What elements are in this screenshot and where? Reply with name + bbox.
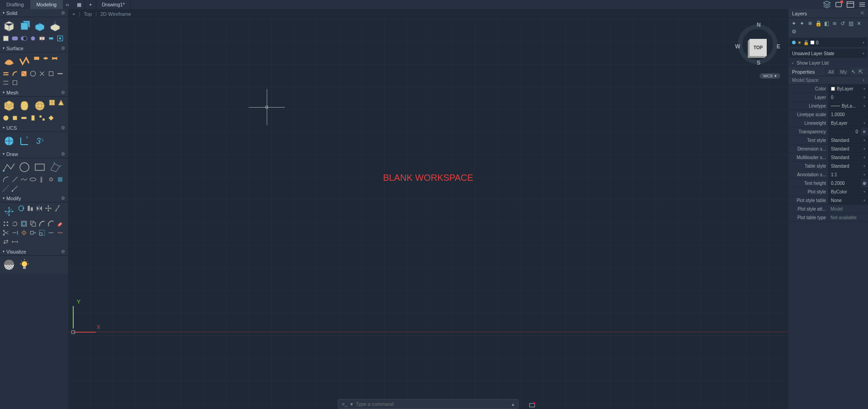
drawing-grid[interactable]: BLANK WORKSPACE Y X — [68, 19, 788, 409]
undock-icon[interactable]: ⇱ — [857, 68, 864, 75]
gear-icon[interactable]: ⚙ — [61, 125, 65, 130]
arc-tool[interactable] — [2, 175, 10, 183]
ray-tool[interactable] — [11, 184, 19, 193]
chamfer-tool[interactable] — [47, 220, 55, 228]
surface-patch-tool[interactable] — [42, 54, 50, 62]
surface-tool-5[interactable] — [2, 79, 10, 87]
presspull-tool[interactable] — [48, 19, 62, 33]
mesh-tool-1[interactable] — [2, 114, 10, 122]
loft-surface-tool[interactable] — [17, 54, 32, 69]
viewcube-face[interactable]: TOP — [750, 39, 767, 56]
rotate-tool[interactable] — [11, 220, 19, 228]
surface-offset-tool[interactable] — [2, 70, 10, 78]
planar-surface-tool[interactable] — [33, 54, 41, 62]
surface-fillet-tool[interactable] — [11, 70, 19, 78]
plane-tool[interactable] — [48, 160, 62, 174]
properties-tab-all[interactable]: All — [825, 68, 837, 75]
thicken-tool[interactable] — [47, 34, 55, 42]
line-tool[interactable] — [11, 175, 19, 183]
viewport-view[interactable]: Top — [84, 11, 92, 17]
ucs-3point-tool[interactable]: x — [17, 134, 32, 148]
xline-tool[interactable] — [2, 184, 10, 193]
offset-tool[interactable] — [20, 220, 28, 228]
network-surface-tool[interactable] — [2, 54, 16, 69]
reverse-tool[interactable] — [2, 238, 10, 246]
command-dropdown-icon[interactable]: ▾ — [350, 401, 353, 407]
break-tool[interactable] — [56, 229, 64, 237]
3d-rotate-tool[interactable] — [17, 204, 25, 212]
transparency-bylayer-icon[interactable]: ≡ — [861, 129, 868, 134]
mesh-tool-4[interactable] — [29, 114, 37, 122]
notifications-icon[interactable] — [833, 0, 844, 9]
scale-tool[interactable] — [38, 229, 46, 237]
pick-icon[interactable]: ↖ — [850, 68, 857, 75]
ucs-named-tool[interactable]: 3 — [33, 134, 47, 148]
scale-3d-tool[interactable] — [53, 204, 61, 212]
section-surface-header[interactable]: ▾Surface⚙ — [0, 44, 68, 52]
materials-tool[interactable] — [2, 258, 16, 272]
menu-icon[interactable] — [856, 0, 868, 9]
layer-prev-icon[interactable]: ↺ — [839, 20, 846, 27]
gear-icon[interactable]: ⚙ — [61, 196, 65, 201]
join-tool[interactable] — [47, 229, 55, 237]
trim-tool[interactable] — [2, 229, 10, 237]
circle-tool[interactable] — [17, 160, 32, 174]
command-expand-icon[interactable]: ▴ — [512, 401, 514, 407]
layer-new-icon[interactable]: ✦ — [790, 20, 797, 27]
light-tool[interactable] — [17, 258, 32, 272]
tab-drafting[interactable]: Drafting — [0, 0, 30, 9]
layer-freeze-icon[interactable]: ❄ — [807, 20, 814, 27]
surface-tool-4[interactable] — [56, 70, 64, 78]
doc-tab[interactable]: Drawing1* — [96, 0, 131, 9]
extrude-solid-tool[interactable] — [33, 19, 47, 33]
gear-icon[interactable]: ⚙ — [61, 10, 65, 15]
new-doc-button[interactable]: + — [85, 0, 96, 9]
layer-state-select[interactable]: Unsaved Layer State▾ — [789, 49, 867, 58]
box-tool[interactable] — [2, 19, 16, 33]
mesh-crease-tool[interactable] — [57, 99, 65, 107]
layer-delete-icon[interactable]: ✕ — [855, 20, 863, 27]
surface-tool-2[interactable] — [38, 70, 46, 78]
layers-toggle-icon[interactable] — [821, 0, 833, 9]
polyline-tool[interactable] — [2, 160, 16, 174]
surface-tool-6[interactable] — [11, 79, 19, 87]
mesh-tool-6[interactable] — [47, 114, 55, 122]
layer-state-icon[interactable]: ▤ — [847, 20, 854, 27]
stretch-tool[interactable] — [29, 229, 37, 237]
gear-icon[interactable]: ⚙ — [61, 249, 65, 254]
surface-tool-1[interactable] — [29, 70, 37, 78]
viewport-plus[interactable]: + — [72, 11, 75, 17]
tab-modeling[interactable]: Modeling — [30, 0, 63, 9]
section-modify-header[interactable]: ▾Modify⚙ — [0, 194, 68, 202]
gear-icon[interactable]: ⚙ — [61, 151, 65, 156]
mesh-tool-5[interactable] — [38, 114, 46, 122]
mesh-tool-2[interactable] — [11, 114, 19, 122]
mesh-sphere-tool[interactable] — [33, 99, 47, 113]
mesh-box-tool[interactable] — [2, 99, 16, 113]
imprint-tool[interactable] — [56, 34, 64, 42]
gear-icon[interactable]: ⚙ — [61, 46, 65, 51]
section-visualize-header[interactable]: ▾Visualize⚙ — [0, 248, 68, 256]
ucs-world-tool[interactable] — [2, 134, 16, 148]
helix-tool[interactable] — [38, 175, 46, 183]
extrude-tool[interactable] — [17, 19, 32, 33]
command-line[interactable]: >_ ▾ ▴ — [338, 399, 519, 409]
slice-tool[interactable] — [38, 34, 46, 42]
text-height-picker-icon[interactable]: ⊕ — [861, 181, 868, 186]
surface-blend-tool[interactable] — [51, 54, 59, 62]
section-solid-header[interactable]: ▾Solid⚙ — [0, 9, 68, 17]
move-tool[interactable] — [44, 204, 52, 212]
surface-tool-3[interactable] — [47, 70, 55, 78]
extend-tool[interactable] — [11, 229, 19, 237]
solid-subtract-tool[interactable] — [20, 34, 28, 42]
gear-icon[interactable]: ⚙ — [61, 90, 65, 95]
mesh-refine-tool[interactable] — [48, 99, 56, 107]
drawing-area[interactable]: + | Top | 2D Wireframe BLANK WORKSPACE Y… — [68, 9, 788, 409]
undock-icon[interactable]: ⇱ — [861, 11, 864, 16]
solid-intersect-tool[interactable] — [29, 34, 37, 42]
layer-isolate-icon[interactable]: ◧ — [823, 20, 830, 27]
mirror-tool[interactable] — [35, 204, 43, 212]
viewport-style[interactable]: 2D Wireframe — [100, 11, 131, 17]
region-tool[interactable] — [56, 175, 64, 183]
layout-grid-icon[interactable]: ▦ — [74, 0, 85, 9]
